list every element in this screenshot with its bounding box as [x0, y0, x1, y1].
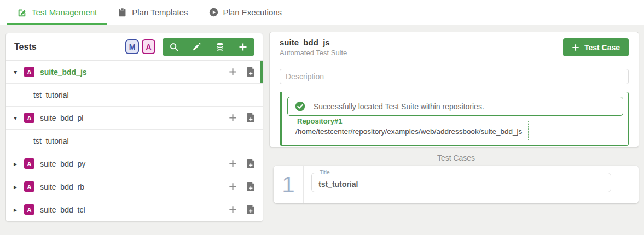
- add-test-icon[interactable]: [228, 205, 237, 214]
- automated-badge: A: [24, 181, 34, 192]
- test-cases-divider: Test Cases: [274, 154, 639, 162]
- tests-tree: ▾ A suite_bdd_js tst_tutorial ▾ A suite_…: [6, 61, 263, 221]
- tab-test-management[interactable]: Test Management: [7, 0, 107, 25]
- tab-plan-templates[interactable]: Plan Templates: [107, 0, 198, 25]
- description-input[interactable]: [280, 69, 629, 84]
- edit-button[interactable]: [185, 38, 208, 56]
- suite-detail-header: suite_bdd_js Automated Test Suite Test C…: [270, 32, 639, 62]
- add-test-icon[interactable]: [228, 67, 237, 77]
- repository-path: /home/testcenter/repository/examples/web…: [295, 127, 522, 136]
- divider-line: [274, 158, 430, 158]
- add-suite-button[interactable]: [231, 38, 254, 56]
- repository-fieldset: Repository#1 /home/testcenter/repository…: [289, 117, 529, 140]
- chevron-right-icon[interactable]: ▸: [14, 206, 24, 214]
- filter-automated-badge[interactable]: A: [142, 39, 155, 54]
- check-circle-icon: [295, 101, 305, 111]
- chevron-right-icon[interactable]: ▸: [14, 160, 24, 168]
- search-button[interactable]: [163, 38, 185, 56]
- automated-badge: A: [24, 113, 34, 123]
- row-actions: [228, 67, 255, 77]
- suite-name: suite_bdd_py: [40, 160, 85, 168]
- play-circle-icon: [209, 8, 218, 17]
- top-nav: Test Management Plan Templates Plan Exec…: [0, 0, 644, 25]
- test-case-number: 1: [274, 166, 304, 203]
- repository-button[interactable]: [208, 38, 231, 56]
- chevron-down-icon[interactable]: ▾: [14, 114, 24, 122]
- title-field: Title: [311, 173, 611, 192]
- tree-item-tst_tutorial[interactable]: tst_tutorial: [6, 84, 263, 107]
- test-case-card: 1 Title: [274, 166, 639, 203]
- edit-square-icon: [17, 8, 27, 17]
- repository-label: Repository#1: [295, 117, 344, 125]
- tab-label: Test Management: [32, 8, 97, 17]
- filter-manual-badge[interactable]: M: [125, 39, 139, 54]
- test-case-title-input[interactable]: [311, 173, 611, 192]
- test-name: tst_tutorial: [33, 91, 69, 99]
- automated-badge: A: [24, 158, 34, 169]
- row-actions: [228, 182, 255, 191]
- app-window: Test Management Plan Templates Plan Exec…: [0, 0, 644, 235]
- clipboard-icon: [118, 8, 127, 17]
- tree-item-suite_bdd_rb[interactable]: ▸ A suite_bdd_rb: [6, 175, 263, 198]
- row-actions: [228, 205, 255, 214]
- tree-item-suite_bdd_js[interactable]: ▾ A suite_bdd_js: [6, 61, 263, 84]
- tree-item-suite_bdd_pl[interactable]: ▾ A suite_bdd_pl: [6, 107, 263, 130]
- import-file-icon[interactable]: [247, 205, 255, 214]
- suite-name: suite_bdd_pl: [40, 114, 83, 122]
- row-actions: [228, 159, 255, 168]
- tree-item-suite_bdd_tcl[interactable]: ▸ A suite_bdd_tcl: [6, 198, 263, 221]
- suite-name: suite_bdd_rb: [40, 183, 84, 191]
- tests-panel: Tests M A: [5, 33, 263, 222]
- suite-detail-body: Successfully located Test Suite within r…: [270, 62, 639, 152]
- automated-badge: A: [24, 204, 34, 215]
- tree-item-tst_tutorial[interactable]: tst_tutorial: [6, 130, 263, 152]
- database-icon: [215, 42, 225, 52]
- pencil-icon: [192, 42, 201, 51]
- tree-item-suite_bdd_py[interactable]: ▸ A suite_bdd_py: [6, 152, 263, 175]
- suite-subtitle: Automated Test Suite: [280, 49, 347, 57]
- title-field-label: Title: [317, 169, 333, 175]
- add-test-icon[interactable]: [228, 159, 237, 168]
- import-file-icon[interactable]: [247, 67, 255, 77]
- repository-status-panel: Successfully located Test Suite within r…: [280, 92, 629, 146]
- test-cases-divider-label: Test Cases: [437, 154, 475, 162]
- success-message: Successfully located Test Suite within r…: [314, 102, 484, 111]
- add-test-icon[interactable]: [228, 113, 237, 122]
- tab-label: Plan Templates: [132, 8, 188, 17]
- chevron-right-icon[interactable]: ▸: [14, 183, 24, 191]
- add-test-icon[interactable]: [228, 182, 237, 191]
- tab-label: Plan Executions: [223, 8, 282, 17]
- test-case-content: Title: [304, 166, 611, 203]
- test-name: tst_tutorial: [33, 137, 69, 145]
- row-actions: [228, 113, 255, 122]
- chevron-down-icon[interactable]: ▾: [14, 68, 24, 76]
- import-file-icon[interactable]: [247, 113, 255, 122]
- success-alert: Successfully located Test Suite within r…: [287, 97, 623, 116]
- tests-panel-header: Tests M A: [6, 33, 263, 61]
- import-file-icon[interactable]: [247, 182, 255, 191]
- suite-name: suite_bdd_js: [40, 68, 87, 77]
- tests-toolbar: [163, 38, 254, 56]
- add-test-case-button[interactable]: Test Case: [563, 38, 629, 56]
- divider-line: [482, 158, 639, 158]
- import-file-icon[interactable]: [247, 159, 255, 168]
- suite-name: suite_bdd_tcl: [40, 205, 85, 214]
- plus-icon: [239, 43, 247, 51]
- search-icon: [169, 42, 179, 52]
- add-test-case-label: Test Case: [584, 43, 620, 52]
- tab-plan-executions[interactable]: Plan Executions: [199, 0, 293, 25]
- suite-detail-panel: suite_bdd_js Automated Test Suite Test C…: [269, 32, 639, 148]
- tests-panel-title: Tests: [14, 42, 125, 52]
- automated-badge: A: [24, 67, 34, 77]
- plus-icon: [572, 44, 579, 51]
- suite-title: suite_bdd_js: [280, 38, 347, 47]
